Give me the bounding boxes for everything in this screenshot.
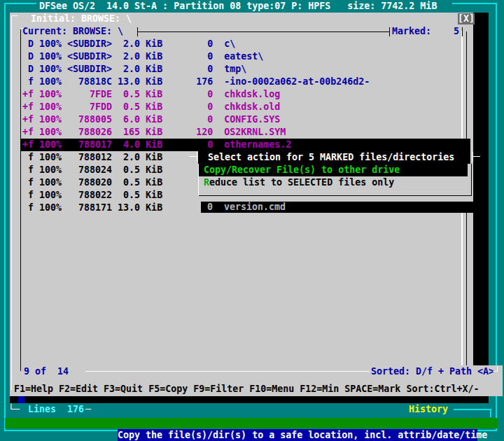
lines-corner: └─ [8, 403, 20, 416]
status-bar-message: Copy the file(s)/dir(s) to a safe locati… [118, 429, 477, 441]
dfsee-screen: DFSee OS/2 14.0 St-A : Partition 08 type… [0, 0, 504, 441]
frame-top-right [452, 3, 497, 4]
scroll-slider-right-tick [389, 27, 390, 36]
fkey-bar[interactable]: F1=Help F2=Edit F3=Quit F5=Copy F9=Filte… [14, 383, 479, 396]
app-title: DFSee OS/2 14.0 St-A : Partition 08 type… [39, 0, 437, 13]
marked-label: Marked: [392, 25, 431, 38]
list-position-indicator: 9 of 14 [18, 365, 69, 378]
popup-connector-right-h [473, 156, 480, 157]
popup-item-rest: educe list to SELECTED files only [209, 177, 394, 188]
file-row[interactable]: D 100% <SUBDIR> 2.0 KiB 0 tmp\ [22, 63, 246, 76]
history-line-corner [490, 409, 491, 417]
file-row[interactable]: +f 100% 7FDD 0.5 KiB 0 chkdsk.old [22, 101, 280, 113]
close-button[interactable]: [X] [458, 13, 475, 24]
current-path-label: Current: BROWSE: \ [22, 25, 123, 38]
lines-trail-dash: ─ [85, 403, 91, 416]
marked-right-tick [462, 27, 463, 36]
window-border-left [11, 15, 12, 391]
lines-counter: Lines 176 [28, 403, 84, 416]
scroll-slider-track[interactable] [137, 31, 390, 32]
file-row[interactable]: +f 100% 788017 4.0 KiB 0 othernames.2 [22, 139, 291, 151]
popup-border-bottom [199, 195, 472, 196]
file-row[interactable]: f 100% 78818C 13.0 KiB 176 -ino-0002a062… [22, 76, 370, 88]
file-row[interactable]: D 100% <SUBDIR> 2.0 KiB 0 eatest\ [22, 50, 263, 63]
popup-border-right [471, 164, 472, 196]
frame-bottom-left [4, 430, 118, 431]
file-row[interactable]: f 100% 788012 2.0 KiB [22, 151, 213, 164]
command-input[interactable] [5, 418, 498, 428]
popup-title: Select action for 5 MARKED files/directo… [198, 151, 470, 164]
popup-connector-left-h [189, 156, 197, 157]
popup-connector-right-v [472, 152, 473, 162]
list-bottom-corner-h [493, 371, 498, 372]
file-row[interactable]: +f 100% 788026 165 KiB 120 OS2KRNL.SYM [22, 126, 286, 139]
list-bottom-border [85, 371, 370, 372]
popup-item-hotkey: R [204, 177, 209, 188]
file-row[interactable]: D 100% <SUBDIR> 2.0 KiB 0 c\ [22, 38, 235, 50]
file-row[interactable]: f 100% 788171 13.0 KiB [22, 202, 213, 214]
file-row[interactable]: +f 100% 7FDE 0.5 KiB 0 chkdsk.log [22, 88, 280, 101]
history-button[interactable]: History [409, 403, 448, 416]
popup-connector-left-v [197, 152, 197, 162]
sort-order-indicator: Sorted: D/f + Path <A> [371, 365, 494, 378]
popup-item-copy-recover[interactable]: Copy/Recover File(s) to other drive [198, 164, 468, 176]
popup-shadow-row: 0 version.cmd [201, 202, 477, 213]
frame-left [4, 3, 6, 431]
file-row[interactable]: f 100% 788020 0.5 KiB [22, 176, 213, 189]
initial-path-label: Initial: BROWSE: \ [25, 13, 132, 25]
history-line [454, 409, 491, 410]
popup-border-left [198, 164, 199, 196]
list-border-left [20, 29, 21, 371]
window-border-corner [11, 15, 18, 16]
frame-top-left [4, 3, 36, 4]
file-row[interactable]: +f 100% 788005 6.0 KiB 0 CONFIG.SYS [22, 113, 280, 126]
file-row[interactable]: f 100% 788024 0.5 KiB [22, 164, 213, 176]
popup-item-reduce-list[interactable]: Reduce list to SELECTED files only [198, 176, 468, 189]
marked-count: 5 [454, 25, 459, 38]
file-row[interactable]: f 100% 788022 0.5 KiB [22, 189, 213, 202]
